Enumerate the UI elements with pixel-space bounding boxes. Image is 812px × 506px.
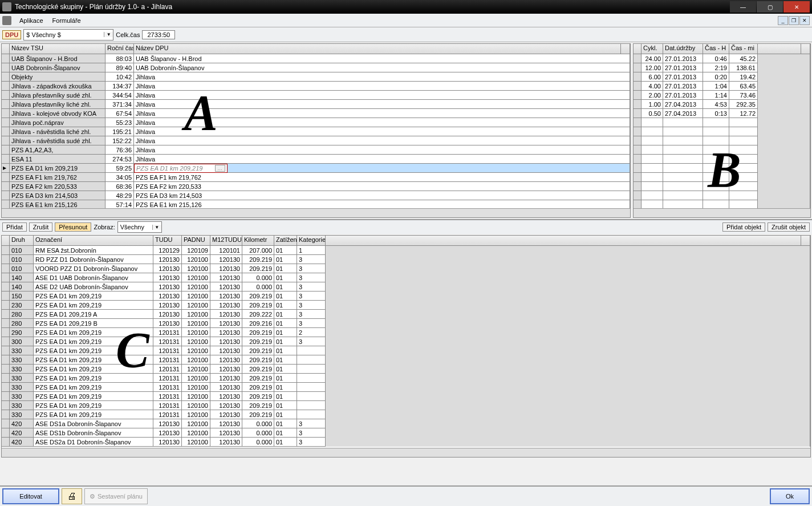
cell-c[interactable]: 120131 — [153, 374, 182, 383]
table-row[interactable]: ESA 11274:53Jihlava — [2, 155, 630, 164]
cell-c[interactable]: 01 — [274, 282, 297, 292]
table-row[interactable]: 330PZS EA D1 km 209,21912013112010012013… — [2, 401, 810, 410]
table-row[interactable]: 140ASE D2 UAB Dobronín-Šlapanov120130120… — [2, 282, 810, 292]
mdi-minimize[interactable]: _ — [778, 16, 788, 25]
row-selector[interactable] — [634, 63, 642, 72]
cell-tsu[interactable]: Jihlava - západková zkouška — [10, 82, 105, 91]
cell-tsu[interactable]: UAB Šlapanov - H.Brod — [10, 54, 105, 63]
cell-c[interactable]: 209.219 — [242, 410, 274, 419]
cell-c[interactable] — [297, 346, 326, 355]
cell-c[interactable]: 3 — [297, 292, 326, 301]
cell-c[interactable]: 209.219 — [242, 392, 274, 401]
cell-b[interactable] — [729, 164, 758, 173]
header-padnu[interactable]: PADNU — [182, 236, 210, 245]
row-selector[interactable] — [2, 54, 10, 63]
table-row[interactable]: 330PZS EA D1 km 209,21912013112010012013… — [2, 365, 810, 374]
cell-c[interactable]: 209.219 — [242, 365, 274, 374]
cell-c[interactable]: 01 — [274, 255, 297, 264]
table-row[interactable]: 330PZS EA D1 km 209,21912013112010012013… — [2, 346, 810, 355]
cell-c[interactable]: ASE DS1b Dobronín-Šlapanov — [34, 428, 153, 438]
table-row[interactable]: 330PZS EA D1 km 209,21912013112010012013… — [2, 383, 810, 392]
header-zat[interactable]: Zatížení — [274, 236, 297, 245]
cell-c[interactable]: 120100 — [182, 355, 210, 365]
row-selector[interactable] — [2, 328, 10, 337]
cell-c[interactable]: 120100 — [182, 419, 210, 428]
cell-dpu[interactable]: Jihlava — [134, 145, 630, 155]
cell-c[interactable]: 01 — [274, 292, 297, 301]
close-button[interactable]: ✕ — [783, 1, 810, 13]
cell-c[interactable]: 1 — [297, 246, 326, 255]
cell-dpu[interactable]: Jihlava — [134, 136, 630, 145]
table-row[interactable]: UAB Šlapanov - H.Brod88:03UAB Šlapanov -… — [2, 54, 630, 63]
cell-dpu[interactable]: Jihlava — [134, 109, 630, 118]
cell-b[interactable]: 45.22 — [729, 54, 758, 63]
hscroll-b[interactable] — [634, 208, 810, 217]
cell-c[interactable]: 01 — [274, 328, 297, 337]
cell-c[interactable]: 01 — [274, 301, 297, 310]
cell-c[interactable]: PZS EA D1 km 209,219 — [34, 346, 153, 355]
editovat-button[interactable]: Editovat — [2, 488, 59, 504]
cell-c[interactable]: 120130 — [210, 419, 242, 428]
cell-b[interactable] — [729, 127, 758, 136]
table-row[interactable]: 330PZS EA D1 km 209,21912013112010012013… — [2, 374, 810, 383]
mdi-restore[interactable]: ❐ — [789, 16, 799, 25]
table-row[interactable] — [634, 173, 810, 182]
cell-b[interactable] — [663, 164, 703, 173]
zrusit-objekt-button[interactable]: Zrušit objekt — [768, 222, 810, 232]
table-row[interactable] — [634, 164, 810, 173]
cell-c[interactable]: 120100 — [182, 337, 210, 346]
cell-c[interactable]: RD PZZ D1 Dobronín-Šlapanov — [34, 255, 153, 264]
cell-c[interactable]: 120130 — [210, 374, 242, 383]
table-row[interactable]: 150PZS EA D1 km 209,21912013012010012013… — [2, 292, 810, 301]
row-selector[interactable] — [634, 191, 642, 200]
table-row[interactable]: 12.0027.01.20132:19138.61 — [634, 63, 810, 72]
cell-b[interactable]: 27.01.2013 — [663, 72, 703, 82]
cell-c[interactable] — [297, 374, 326, 383]
cell-b[interactable] — [663, 155, 703, 164]
table-row[interactable]: PZS A1,A2,A3,76:36Jihlava — [2, 145, 630, 155]
table-row[interactable]: 2.0027.01.20131:1473.46 — [634, 91, 810, 100]
cell-c[interactable]: 010 — [10, 255, 34, 264]
header-oznaceni[interactable]: Označení — [34, 236, 153, 245]
row-selector[interactable] — [2, 264, 10, 273]
header-rocni[interactable]: Roční čas — [105, 44, 134, 54]
cell-c[interactable]: 3 — [297, 428, 326, 438]
row-selector[interactable] — [2, 246, 10, 255]
cell-b[interactable] — [729, 200, 758, 208]
table-row[interactable] — [634, 155, 810, 164]
cell-c[interactable]: 330 — [10, 365, 34, 374]
row-selector[interactable] — [2, 145, 10, 155]
cell-rocni[interactable]: 371:34 — [105, 100, 134, 109]
cell-c[interactable]: 01 — [274, 419, 297, 428]
table-row[interactable]: 300PZS EA D1 km 209,21912013112010012013… — [2, 337, 810, 346]
row-selector[interactable] — [2, 109, 10, 118]
cell-tsu[interactable]: Jihlava - kolejové obvody KOA — [10, 109, 105, 118]
cell-c[interactable]: 01 — [274, 392, 297, 401]
cell-c[interactable]: 01 — [274, 374, 297, 383]
row-selector[interactable] — [2, 301, 10, 310]
maximize-button[interactable]: ▢ — [757, 1, 783, 13]
cell-c[interactable]: 3 — [297, 273, 326, 282]
cell-c[interactable]: 01 — [274, 401, 297, 410]
cell-c[interactable]: 3 — [297, 310, 326, 319]
cell-c[interactable]: 3 — [297, 264, 326, 273]
row-selector[interactable] — [2, 337, 10, 346]
mdi-close[interactable]: ✕ — [799, 16, 810, 25]
cell-dpu-edit[interactable]: PZS EA D1 km 209,219… — [134, 164, 228, 173]
row-selector[interactable] — [2, 365, 10, 374]
cell-rocni[interactable]: 55:23 — [105, 118, 134, 127]
cell-tsu[interactable]: UAB Dobronín-Šlapanov — [10, 63, 105, 72]
cell-c[interactable]: 120131 — [153, 346, 182, 355]
table-row[interactable]: 420ASE DS1a Dobronín-Šlapanov12013012010… — [2, 419, 810, 428]
row-selector[interactable] — [634, 127, 642, 136]
cell-c[interactable]: 120129 — [153, 246, 182, 255]
cell-c[interactable]: 290 — [10, 328, 34, 337]
cell-c[interactable]: PZS EA D1 km 209,219 — [34, 374, 153, 383]
cell-b[interactable] — [663, 191, 703, 200]
table-row[interactable]: 010RD PZZ D1 Dobronín-Šlapanov1201301201… — [2, 255, 810, 264]
cell-rocni[interactable]: 89:40 — [105, 63, 134, 72]
table-row[interactable]: Objekty10:42Jihlava — [2, 72, 630, 82]
cell-b[interactable] — [729, 191, 758, 200]
table-row[interactable]: Jihlava - západková zkouška134:37Jihlava — [2, 82, 630, 91]
cell-b[interactable]: 4.00 — [642, 82, 663, 91]
